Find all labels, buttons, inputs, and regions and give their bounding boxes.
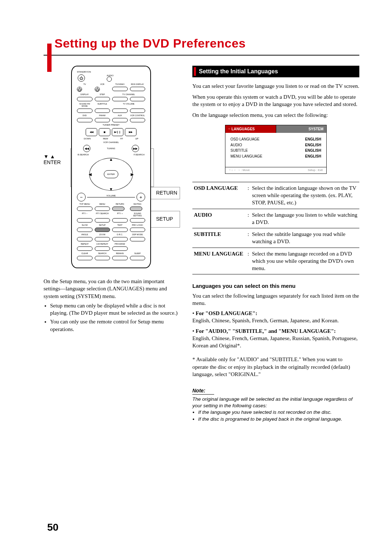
remote-illustration: STANDBY/ON AUDIO TV VCR TV/VIDEO RDS DIS… xyxy=(71,66,151,268)
pill-button xyxy=(77,97,93,101)
pill-button xyxy=(77,246,93,251)
r-lbl: MENU xyxy=(95,203,110,205)
osd-val: ENGLISH xyxy=(305,143,321,148)
right-paragraph: When you operate this system or watch a … xyxy=(192,93,359,108)
definitions-table: OSD LANGUAGE:Select the indication langu… xyxy=(192,182,359,275)
pill-button xyxy=(95,207,110,211)
r-lbl: REW xyxy=(103,138,108,140)
r-lbl: PTY – xyxy=(77,212,93,217)
r-lbl: TOP MENU xyxy=(77,203,93,205)
pill-button xyxy=(77,218,93,223)
pill-button xyxy=(77,118,93,122)
pill-button xyxy=(130,218,146,223)
r-lbl: SOUND SETTING xyxy=(130,212,146,217)
callout-setup-label: SETUP xyxy=(156,216,173,222)
pill-button xyxy=(130,109,146,113)
vol-down-icon: − xyxy=(77,193,86,201)
r-lbl: VCR xyxy=(95,83,110,85)
pill-button xyxy=(112,87,128,91)
pill-button xyxy=(130,237,146,241)
osd-val: ENGLISH xyxy=(305,148,321,153)
stop-icon xyxy=(99,128,110,136)
pill-button xyxy=(130,256,146,260)
osd-foot-move: ↑ ↓ ← → : Move xyxy=(229,168,250,172)
r-lbl: STEP xyxy=(95,93,110,95)
nav-ring: ▲ ▼ ◀ ▶ ENTER xyxy=(89,158,133,191)
r-lbl: REPEAT xyxy=(77,243,93,245)
pill-button xyxy=(112,97,128,101)
subheading: Languages you can select on this menu xyxy=(192,282,359,290)
r-lbl: DOWN xyxy=(84,138,91,140)
left-bullet: Setup menu can only be displayed while a… xyxy=(50,302,181,317)
page-title: Setting up the DVD Preferences xyxy=(54,36,359,50)
r-lbl: SLEEP xyxy=(130,252,146,254)
r-lbl: VCR CONTROL xyxy=(130,114,146,117)
r-lbl: CLEAR xyxy=(77,252,93,254)
vcr-power-icon xyxy=(95,87,100,92)
page-number: 50 xyxy=(47,522,58,533)
r-lbl: SEARCH xyxy=(95,252,110,254)
def-term: MENU LANGUAGE xyxy=(192,248,246,274)
r-lbl: UP xyxy=(135,138,138,140)
rew-icon xyxy=(86,128,97,136)
r-lbl: PROGRAM xyxy=(112,243,128,245)
r-lbl: VCR CHANNEL xyxy=(75,141,147,143)
pill-button xyxy=(77,237,93,241)
tv-power-icon xyxy=(77,87,82,92)
note-bullet: If the language you have selected is not… xyxy=(198,409,359,416)
enter-button: ENTER xyxy=(104,170,118,178)
r-lbl: DVD xyxy=(77,114,93,117)
pill-button xyxy=(130,118,146,122)
standby-button-icon xyxy=(78,74,85,82)
pill-button xyxy=(112,109,128,113)
sub-paragraph: You can select the following languages s… xyxy=(192,292,359,307)
pill-button xyxy=(95,237,110,241)
r-lbl: SUBTITLE xyxy=(95,103,110,107)
note-paragraph: The original language will be selected a… xyxy=(192,396,359,409)
r-lbl: SLOW xyxy=(77,224,93,226)
volume-label: VOLUME xyxy=(87,197,135,197)
pill-button xyxy=(95,118,110,122)
osd-tab-languages: LANGUAGES xyxy=(225,125,276,133)
osd-tab-system: SYSTEM xyxy=(276,125,327,133)
r-lbl: TV xyxy=(77,83,93,85)
skip-fwd-icon: ▶▶ xyxy=(132,145,139,152)
callout-enter-arrows: ▼ ▲ xyxy=(44,154,55,159)
lang-list-item: • For "OSD LANGUAGE":English, Chinese, S… xyxy=(192,310,359,325)
r-lbl: FF xyxy=(121,138,123,140)
osd-val: ENGLISH xyxy=(305,154,321,159)
pill-button xyxy=(95,246,110,251)
osd-foot-exit: Setup : Exit xyxy=(308,168,323,172)
r-lbl: REMAIN xyxy=(112,252,128,254)
note-heading: Note: xyxy=(192,387,214,395)
left-bullet: You can only use the remote control for … xyxy=(50,318,181,333)
r-lbl: SOUND FM MODE xyxy=(77,103,93,107)
pill-button xyxy=(112,228,128,232)
osd-key: AUDIO xyxy=(230,143,242,148)
pill-button xyxy=(77,228,93,232)
down-arrow-icon: ▼ xyxy=(109,187,113,191)
def-desc: Select the indication language shown on … xyxy=(250,182,359,209)
r-lbl: FM/AM xyxy=(95,114,110,117)
up-arrow-icon: ▲ xyxy=(109,157,113,162)
right-paragraph: On the language selection menu, you can … xyxy=(192,111,359,119)
r-lbl: PTY SEARCH xyxy=(95,212,110,217)
r-lbl: A-B REPEAT xyxy=(95,243,110,245)
r-lbl: RDS DISPLAY xyxy=(130,83,146,85)
lang-list-item: • For "AUDIO," "SUBTITLE," and "MENU LAN… xyxy=(192,327,359,350)
pill-button xyxy=(95,256,110,260)
pill-button xyxy=(77,109,93,113)
ff-icon xyxy=(125,128,136,136)
r-lbl: SETUP xyxy=(95,224,110,226)
osd-key: MENU LANGUAGE xyxy=(230,154,262,159)
r-lbl: B.SEARCH xyxy=(78,154,89,156)
return-button xyxy=(112,207,124,211)
asterisk-note: * Available only for "AUDIO" and "SUBTIT… xyxy=(192,356,359,378)
left-paragraph: On the Setup menu, you can do the two ma… xyxy=(44,278,181,300)
osd-val: ENGLISH xyxy=(305,137,321,142)
muting-button xyxy=(130,207,142,211)
osd-key: SUBTITLE xyxy=(230,148,248,153)
pill-button xyxy=(130,97,146,101)
def-term: SUBTITLE xyxy=(192,228,246,248)
play-pause-icon xyxy=(112,128,123,136)
